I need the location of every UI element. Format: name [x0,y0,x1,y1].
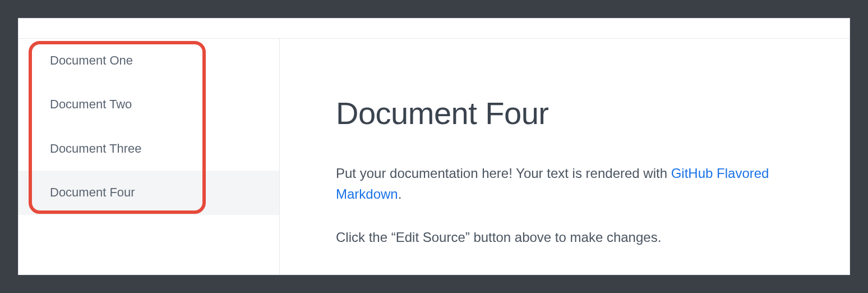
document-content: Document Four Put your documentation her… [280,39,849,274]
sidebar-item-document-four[interactable]: Document Four [19,171,279,214]
sidebar-item-label: Document Two [50,97,132,111]
sidebar-item-document-one[interactable]: Document One [19,39,279,83]
intro-text-prefix: Put your documentation here! Your text i… [336,166,671,181]
edit-source-hint: Click the “Edit Source” button above to … [336,227,810,248]
sidebar: Document One Document Two Document Three… [19,39,280,274]
sidebar-item-document-two[interactable]: Document Two [19,83,279,126]
sidebar-item-label: Document Three [50,141,141,155]
sidebar-item-label: Document Four [50,185,135,199]
sidebar-item-document-three[interactable]: Document Three [19,127,279,171]
sidebar-item-label: Document One [50,53,133,67]
intro-text-suffix: . [398,186,402,202]
intro-paragraph: Put your documentation here! Your text i… [336,163,810,204]
page-title: Document Four [336,95,810,131]
top-bar [19,19,849,39]
app-body: Document One Document Two Document Three… [19,39,849,274]
app-panel: Document One Document Two Document Three… [18,18,850,275]
